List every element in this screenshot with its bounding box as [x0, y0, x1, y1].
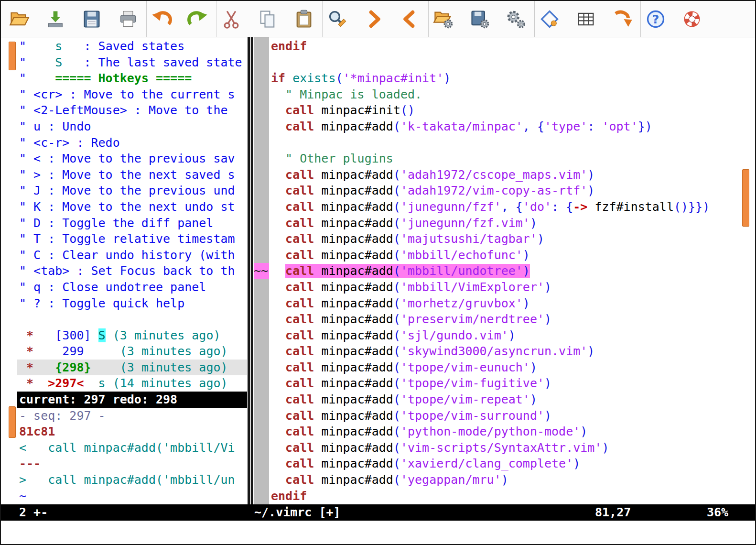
- toolbar-separator: [428, 1, 429, 37]
- statusbar-cursor-pos: 81,27: [595, 504, 631, 521]
- code-line: [269, 135, 741, 151]
- redo-button[interactable]: [184, 4, 212, 34]
- toolbar: ?: [1, 1, 755, 37]
- code-line: " < : Move to the previous sav: [17, 151, 247, 167]
- paste-button[interactable]: [290, 4, 318, 34]
- code-line: " D : Toggle the diff panel: [17, 215, 247, 231]
- code-line: call minpac#add('junegunn/fzf', {'do': {…: [269, 199, 741, 215]
- left-scrollbar-thumb-undotree[interactable]: [9, 42, 16, 70]
- run-script-button[interactable]: [502, 4, 530, 34]
- code-line: call minpac#init(): [269, 102, 741, 119]
- save-session-button[interactable]: [465, 4, 494, 34]
- code-line: " T : Toggle relative timestam: [17, 231, 247, 247]
- code-line: * >297< s (14 minutes ago): [17, 375, 247, 392]
- code-line: endif: [269, 488, 741, 504]
- print-button[interactable]: [114, 4, 142, 34]
- help-button[interactable]: ?: [641, 4, 670, 34]
- code-line: call minpac#add('tpope/vim-surround'): [269, 408, 741, 424]
- redo-arrow-icon: [187, 8, 209, 30]
- find-help-button[interactable]: [678, 4, 706, 34]
- code-line: call minpac#add('k-takata/minpac', {'typ…: [269, 119, 741, 135]
- copy-pages-icon: [257, 9, 278, 30]
- open-folder-icon: [9, 9, 30, 30]
- code-line: < call minpac#add('mbbill/Vi: [17, 440, 247, 456]
- toolbar-separator: [146, 1, 147, 37]
- table-grid-icon: [575, 9, 596, 30]
- code-line: " S : The last saved state: [17, 54, 247, 71]
- code-line: * {298} (3 minutes ago): [17, 360, 247, 376]
- code-line: call minpac#add('morhetz/gruvbox'): [269, 295, 741, 312]
- code-line: " K : Move to the next undo st: [17, 199, 247, 215]
- scissors-icon: [221, 9, 242, 30]
- copy-button[interactable]: [253, 4, 282, 34]
- code-line: [269, 54, 741, 71]
- statusbar-filename: ~/.vimrc [+]: [254, 504, 341, 521]
- printer-icon: [118, 9, 139, 30]
- floppy-disk-icon: [81, 9, 102, 30]
- code-line: " J : Move to the previous und: [17, 183, 247, 199]
- code-line: " <cr> : Move to the current s: [17, 87, 247, 103]
- cut-button[interactable]: [217, 4, 246, 34]
- code-line: " Minpac is loaded.: [269, 87, 741, 103]
- save-all-button[interactable]: [41, 4, 70, 34]
- statusbar: 2 +- ~/.vimrc [+] 81,27 36%: [1, 504, 755, 521]
- code-line: * 299 (3 minutes ago): [17, 343, 247, 360]
- code-line: * [300] S (3 minutes ago): [17, 327, 247, 344]
- undotree-change-sign: ~~: [254, 263, 269, 279]
- window-splitter[interactable]: [247, 37, 254, 504]
- code-line: - seq: 297 -: [17, 408, 247, 424]
- code-line: call minpac#add('tpope/vim-repeat'): [269, 392, 741, 408]
- code-line: > call minpac#add('mbbill/un: [17, 472, 247, 488]
- gvim-window: ? " s : Saved states" S : The last saved…: [0, 0, 756, 545]
- code-line: call minpac#add('mbbill/undotree'): [269, 263, 741, 279]
- code-line: 81c81: [17, 424, 247, 440]
- vimrc-buffer[interactable]: endifif exists('*minpac#init') " Minpac …: [269, 38, 741, 504]
- svg-text:?: ?: [652, 12, 659, 26]
- code-line: ---: [17, 456, 247, 472]
- code-line: " Other plugins: [269, 151, 741, 167]
- code-line: " <tab> : Set Focus back to th: [17, 263, 247, 279]
- code-line: " s : Saved states: [17, 38, 247, 54]
- code-line: call minpac#add('mbbill/VimExplorer'): [269, 279, 741, 295]
- undotree-panel[interactable]: " s : Saved states" S : The last saved s…: [17, 38, 247, 504]
- code-line: " <c-r> : Redo: [17, 135, 247, 151]
- toolbar-separator: [534, 1, 535, 37]
- find-prev-button[interactable]: [396, 4, 424, 34]
- find-replace-button[interactable]: [323, 4, 352, 34]
- undo-arrow-icon: [151, 8, 173, 30]
- code-line: call minpac#add('majutsushi/tagbar'): [269, 231, 741, 247]
- jump-arrow-icon: [611, 8, 633, 30]
- life-buoy-icon: [681, 9, 702, 30]
- code-line: " q : Close undotree panel: [17, 279, 247, 295]
- statusbar-percent: 36%: [707, 504, 728, 521]
- code-line: " > : Move to the next saved s: [17, 167, 247, 183]
- build-tags-button[interactable]: [572, 4, 600, 34]
- make-button[interactable]: [535, 4, 564, 34]
- code-line: endif: [269, 38, 741, 54]
- code-line: call minpac#add('xavierd/clang_complete'…: [269, 456, 741, 472]
- tag-jump-button[interactable]: [608, 4, 637, 34]
- toolbar-separator: [216, 1, 216, 37]
- load-session-button[interactable]: [429, 4, 458, 34]
- gears-icon: [505, 8, 527, 30]
- chevron-left-icon: [400, 9, 421, 30]
- code-line: call minpac#add('sjl/gundo.vim'): [269, 327, 741, 344]
- undo-button[interactable]: [147, 4, 176, 34]
- code-line: call minpac#add('tpope/vim-fugitive'): [269, 375, 741, 392]
- find-next-button[interactable]: [359, 4, 388, 34]
- save-button[interactable]: [77, 4, 106, 34]
- code-line: call minpac#add('tpope/vim-eunuch'): [269, 360, 741, 376]
- code-line: " <2-LeftMouse> : Move to the: [17, 102, 247, 119]
- code-line: " C : Clear undo history (with: [17, 247, 247, 263]
- command-line[interactable]: [1, 521, 755, 544]
- code-line: [17, 311, 247, 327]
- left-scrollbar-thumb-diff[interactable]: [9, 406, 16, 438]
- code-line: call minpac#add('adah1972/cscope_maps.vi…: [269, 167, 741, 183]
- open-button[interactable]: [5, 4, 33, 34]
- code-line: " ? : Toggle quick help: [17, 295, 247, 312]
- toolbar-separator: [322, 1, 323, 37]
- editor-area: " s : Saved states" S : The last saved s…: [1, 37, 755, 544]
- right-scrollbar-thumb[interactable]: [742, 169, 749, 227]
- code-line: if exists('*minpac#init'): [269, 70, 741, 87]
- code-line: call minpac#add('preservim/nerdtree'): [269, 311, 741, 327]
